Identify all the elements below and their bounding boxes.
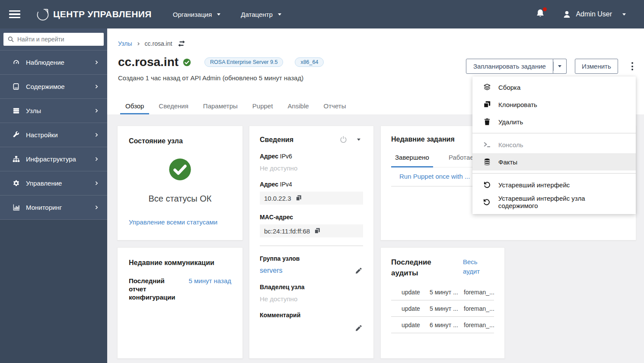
switch-host-icon[interactable] bbox=[178, 40, 185, 47]
user-menu[interactable]: Admin User bbox=[562, 10, 626, 19]
user-name: Admin User bbox=[576, 10, 612, 18]
tab-details[interactable]: Сведения bbox=[153, 98, 194, 114]
chevron-down-icon[interactable] bbox=[357, 139, 360, 141]
comment-label: Комментарий bbox=[260, 312, 363, 319]
sidebar-item-content[interactable]: Содержимое bbox=[0, 74, 107, 98]
kebab-menu-button[interactable] bbox=[627, 59, 638, 74]
menu-item-delete[interactable]: Удалить bbox=[472, 113, 636, 130]
database-icon bbox=[483, 158, 491, 166]
manage-all-statuses-link[interactable]: Управление всеми статусами bbox=[129, 218, 231, 226]
terminal-icon bbox=[483, 141, 491, 149]
rosa-logo-icon bbox=[35, 6, 51, 22]
status-text: Все статусы ОК bbox=[149, 194, 212, 204]
title-row: cc.rosa.int ROSA Enterprise Server 9.5 x… bbox=[118, 55, 324, 69]
hamburger-menu-icon[interactable] bbox=[9, 10, 20, 19]
arch-badge: x86_64 bbox=[295, 57, 324, 67]
ipv6-label: Адрес IPv6 bbox=[260, 153, 363, 160]
chevron-right-icon bbox=[94, 60, 99, 65]
sidebar-item-label: Инфраструктура bbox=[26, 155, 76, 163]
trash-icon bbox=[483, 118, 491, 126]
ipv4-value: 10.0.22.3 bbox=[264, 195, 291, 202]
kebab-dropdown-menu: Сборка Клонировать Удалить Консоль Факт bbox=[472, 76, 636, 214]
tab-finished[interactable]: Завершено bbox=[391, 154, 433, 167]
app-root: ЦЕНТР УПРАВЛЕНИЯ Организация Датацентр A bbox=[0, 0, 644, 363]
ipv4-label: Адрес IPv4 bbox=[260, 181, 363, 188]
recent-audits-card: Последние аудиты Весь аудит update 5 мин… bbox=[380, 247, 505, 359]
sidebar-item-monitor[interactable]: Наблюдение bbox=[0, 50, 107, 74]
sidebar-item-settings[interactable]: Настройки bbox=[0, 123, 107, 147]
owner-value: Не доступно bbox=[260, 295, 363, 303]
history-undo-icon bbox=[483, 181, 491, 189]
audit-time: 5 минут ... bbox=[430, 305, 464, 312]
ipv6-value: Не доступно bbox=[260, 164, 363, 172]
menu-item-legacy-ui[interactable]: Устаревший интерфейс bbox=[472, 176, 636, 193]
host-status-card: Состояние узла Все статусы ОК Управление… bbox=[117, 126, 243, 240]
tab-puppet[interactable]: Puppet bbox=[247, 98, 278, 114]
mac-value-box: bc:24:11:fd:ff:68 bbox=[260, 224, 363, 237]
chevron-right-icon bbox=[137, 42, 140, 46]
ipv4-value-box: 10.0.22.3 bbox=[260, 192, 363, 205]
details-card: Сведения Адрес IPv6 Не доступно Адрес IP… bbox=[249, 126, 374, 359]
table-row: update 5 минут ... foreman_... bbox=[391, 284, 494, 300]
menu-item-facts[interactable]: Факты bbox=[472, 153, 636, 170]
card-title: Сведения bbox=[260, 136, 293, 144]
job-link[interactable]: Run Puppet once with ... bbox=[399, 173, 470, 180]
table-row: update 6 минут ... foreman_... bbox=[391, 317, 494, 333]
search-input[interactable] bbox=[3, 33, 104, 46]
audit-action: update bbox=[391, 289, 430, 296]
copy-icon[interactable] bbox=[314, 227, 321, 234]
sidebar-item-infrastructure[interactable]: Инфраструктура bbox=[0, 147, 107, 171]
schedule-job-button[interactable]: Запланировать задание bbox=[466, 59, 553, 74]
menu-item-console: Консоль bbox=[472, 136, 636, 153]
sidebar-item-monitoring[interactable]: Мониторинг bbox=[0, 195, 107, 219]
hostgroup-label: Группа узлов bbox=[260, 255, 363, 262]
edit-button[interactable]: Изменить bbox=[575, 59, 618, 74]
tab-overview[interactable]: Обзор bbox=[120, 98, 149, 114]
clone-icon bbox=[483, 101, 491, 109]
gauge-icon bbox=[12, 59, 20, 66]
host-created-subtitle: Создано 1 час назад от API Admin (обновл… bbox=[118, 74, 303, 82]
copy-icon[interactable] bbox=[295, 195, 302, 202]
organization-menu[interactable]: Организация bbox=[173, 11, 220, 18]
all-statuses-ok-icon bbox=[169, 158, 191, 181]
edit-pencil-icon[interactable] bbox=[355, 267, 362, 275]
card-title: Последние аудиты bbox=[391, 257, 447, 278]
search-icon bbox=[7, 36, 14, 43]
gear-icon bbox=[12, 180, 20, 187]
user-icon bbox=[562, 10, 571, 19]
notifications-button[interactable] bbox=[536, 9, 545, 20]
all-audits-link[interactable]: Весь аудит bbox=[463, 257, 494, 278]
location-menu[interactable]: Датацентр bbox=[241, 11, 281, 18]
menu-item-clone[interactable]: Клонировать bbox=[472, 96, 636, 113]
recent-communications-card: Недавние коммуникации Последний отчет ко… bbox=[117, 247, 243, 359]
os-badge: ROSA Enterprise Server 9.5 bbox=[204, 57, 283, 67]
sidebar-item-hosts[interactable]: Узлы bbox=[0, 98, 107, 123]
breadcrumb-hosts-link[interactable]: Узлы bbox=[118, 40, 132, 47]
last-report-link[interactable]: 5 минут назад bbox=[189, 277, 231, 301]
audit-time: 5 минут ... bbox=[430, 289, 464, 296]
chevron-right-icon bbox=[94, 205, 99, 210]
schedule-job-caret-button[interactable] bbox=[553, 59, 567, 74]
masthead: ЦЕНТР УПРАВЛЕНИЯ Организация Датацентр A bbox=[0, 0, 644, 28]
sidebar-item-label: Управление bbox=[26, 180, 62, 187]
audit-time: 6 минут ... bbox=[430, 322, 464, 328]
tab-reports[interactable]: Отчеты bbox=[319, 98, 351, 114]
divider bbox=[472, 173, 636, 174]
tab-parameters[interactable]: Параметры bbox=[198, 98, 243, 114]
menu-item-build[interactable]: Сборка bbox=[472, 79, 636, 96]
edit-pencil-icon[interactable] bbox=[355, 325, 362, 332]
power-status-icon[interactable] bbox=[339, 136, 348, 144]
tab-ansible[interactable]: Ansible bbox=[282, 98, 314, 114]
menu-item-legacy-content-host-ui[interactable]: Устаревший интерфейс узла содержимого bbox=[472, 193, 636, 211]
page-title: cc.rosa.int bbox=[118, 55, 179, 69]
owner-label: Владелец узла bbox=[260, 284, 363, 290]
history-undo-icon bbox=[483, 198, 491, 206]
hostgroup-link[interactable]: servers bbox=[260, 267, 282, 275]
mac-label: MAC-адрес bbox=[260, 214, 363, 221]
card-title: Состояние узла bbox=[129, 137, 231, 145]
audits-table: update 5 минут ... foreman_... update 5 … bbox=[391, 284, 494, 333]
sidebar-item-administer[interactable]: Управление bbox=[0, 171, 107, 195]
table-row: update 5 минут ... foreman_... bbox=[391, 300, 494, 317]
audit-user: foreman_... bbox=[464, 322, 495, 328]
chevron-down-icon bbox=[278, 13, 281, 16]
